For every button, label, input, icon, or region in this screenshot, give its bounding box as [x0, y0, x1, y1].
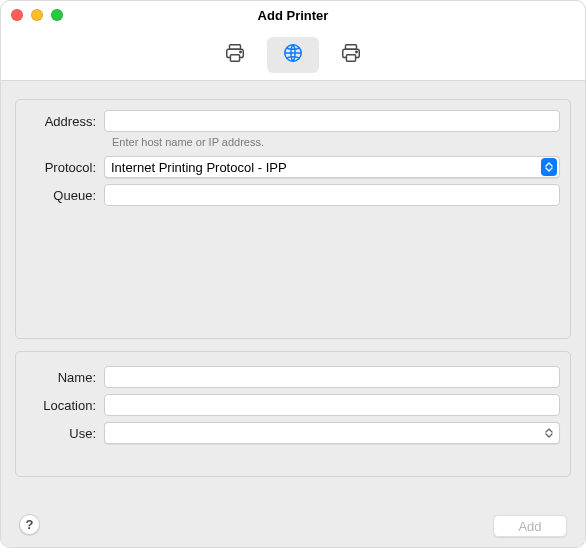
- protocol-label: Protocol:: [26, 160, 104, 175]
- svg-rect-2: [230, 55, 239, 61]
- svg-point-3: [240, 51, 241, 52]
- toolbar: [1, 29, 585, 81]
- add-printer-tabs: [209, 37, 377, 73]
- use-label: Use:: [26, 426, 104, 441]
- window-title: Add Printer: [1, 8, 585, 23]
- help-icon: ?: [26, 517, 34, 532]
- titlebar: Add Printer: [1, 1, 585, 29]
- updown-arrows-icon: [541, 158, 557, 176]
- help-button[interactable]: ?: [19, 514, 40, 535]
- address-label: Address:: [26, 114, 104, 129]
- updown-arrows-icon: [541, 424, 557, 442]
- connection-panel: Address: Enter host name or IP address. …: [15, 99, 571, 339]
- add-button[interactable]: Add: [493, 515, 567, 537]
- name-label: Name:: [26, 370, 104, 385]
- address-hint: Enter host name or IP address.: [112, 136, 560, 148]
- address-input[interactable]: [104, 110, 560, 132]
- tab-windows[interactable]: [325, 37, 377, 73]
- traffic-lights: [11, 9, 63, 21]
- use-select[interactable]: [104, 422, 560, 444]
- add-button-label: Add: [518, 519, 541, 534]
- printer-icon: [224, 42, 246, 67]
- queue-label: Queue:: [26, 188, 104, 203]
- globe-icon: [282, 42, 304, 67]
- location-label: Location:: [26, 398, 104, 413]
- tab-ip[interactable]: [267, 37, 319, 73]
- details-panel: Name: Location: Use:: [15, 351, 571, 477]
- network-printer-icon: [340, 42, 362, 67]
- location-input[interactable]: [104, 394, 560, 416]
- content-area: Address: Enter host name or IP address. …: [1, 81, 585, 547]
- queue-input[interactable]: [104, 184, 560, 206]
- protocol-value: Internet Printing Protocol - IPP: [111, 160, 287, 175]
- protocol-select[interactable]: Internet Printing Protocol - IPP: [104, 156, 560, 178]
- name-input[interactable]: [104, 366, 560, 388]
- close-window-button[interactable]: [11, 9, 23, 21]
- zoom-window-button[interactable]: [51, 9, 63, 21]
- svg-point-8: [356, 51, 357, 52]
- svg-rect-7: [346, 55, 355, 61]
- tab-default[interactable]: [209, 37, 261, 73]
- minimize-window-button[interactable]: [31, 9, 43, 21]
